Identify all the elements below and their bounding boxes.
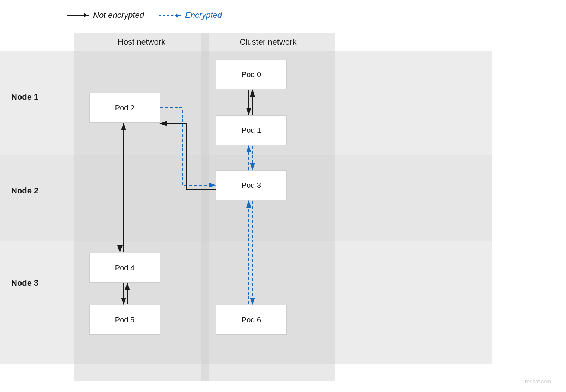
not-encrypted-label: Not encrypted xyxy=(93,10,144,20)
pod6-box: Pod 6 xyxy=(216,305,287,335)
node3-label: Node 3 xyxy=(11,278,38,288)
watermark: redhat.com xyxy=(525,379,551,385)
diagram-container: Not encrypted Encrypted Host network Clu… xyxy=(0,0,566,392)
legend-encrypted: Encrypted xyxy=(159,10,222,20)
pod0-box: Pod 0 xyxy=(216,60,287,89)
pod4-box: Pod 4 xyxy=(89,253,160,283)
encrypted-arrow-icon xyxy=(159,15,181,16)
host-network-header: Host network xyxy=(89,37,194,47)
node1-label: Node 1 xyxy=(11,92,38,102)
legend: Not encrypted Encrypted xyxy=(67,10,222,20)
pod2-box: Pod 2 xyxy=(89,93,160,123)
node2-label: Node 2 xyxy=(11,186,38,196)
not-encrypted-arrow-icon xyxy=(67,15,89,16)
encrypted-label: Encrypted xyxy=(185,10,222,20)
pod1-box: Pod 1 xyxy=(216,115,287,145)
pod3-box: Pod 3 xyxy=(216,170,287,200)
pod5-box: Pod 5 xyxy=(89,305,160,335)
cluster-network-header: Cluster network xyxy=(209,37,328,47)
legend-not-encrypted: Not encrypted xyxy=(67,10,144,20)
